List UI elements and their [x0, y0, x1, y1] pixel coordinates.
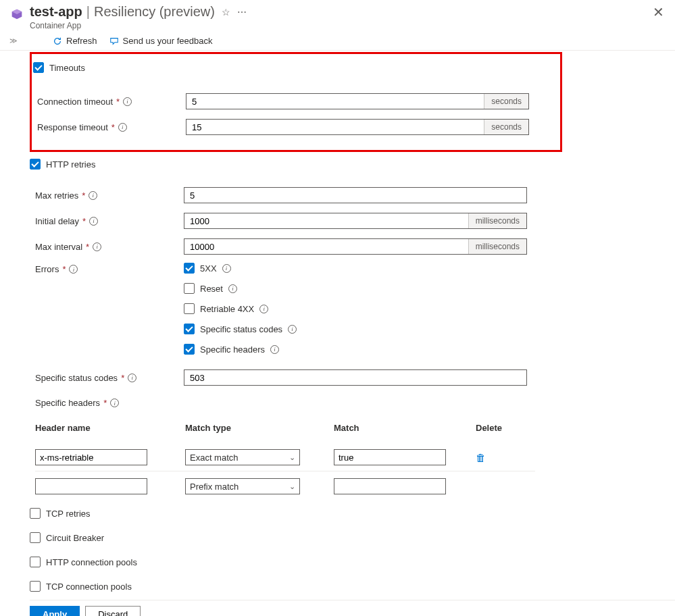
- initial-delay-label: Initial delay: [35, 216, 79, 226]
- http-retries-checkbox[interactable]: [30, 159, 41, 170]
- timeouts-label: Timeouts: [49, 63, 85, 73]
- max-retries-label: Max retries: [35, 190, 78, 201]
- info-icon[interactable]: [128, 374, 136, 382]
- col-header-name: Header name: [35, 423, 185, 433]
- feedback-icon: [109, 36, 119, 46]
- discard-button[interactable]: Discard: [85, 606, 141, 616]
- refresh-icon: [53, 36, 62, 46]
- error-specific-codes-checkbox[interactable]: [184, 324, 195, 334]
- response-timeout-input[interactable]: [186, 119, 529, 135]
- response-timeout-label: Response timeout: [37, 122, 108, 132]
- unit-seconds: seconds: [484, 120, 528, 134]
- max-interval-label: Max interval: [35, 242, 82, 252]
- info-icon[interactable]: [270, 345, 279, 354]
- info-icon[interactable]: [288, 325, 297, 334]
- info-icon[interactable]: [222, 264, 231, 273]
- match-type-select[interactable]: Prefix match ⌄: [185, 478, 300, 494]
- favorite-icon[interactable]: ☆: [222, 7, 230, 18]
- error-reset-checkbox[interactable]: [184, 283, 195, 294]
- http-retries-label: HTTP retries: [46, 159, 95, 170]
- max-retries-input[interactable]: [184, 187, 527, 203]
- timeouts-section-highlight: Timeouts Connection timeout * seconds Re…: [30, 52, 562, 152]
- close-icon[interactable]: ✕: [653, 4, 664, 20]
- error-specific-headers-checkbox[interactable]: [184, 344, 195, 355]
- chevron-down-icon: ⌄: [289, 453, 295, 462]
- info-icon[interactable]: [123, 97, 132, 106]
- expand-sidebar-icon[interactable]: ≫: [9, 36, 18, 45]
- specific-headers-label: Specific headers: [35, 398, 100, 408]
- tcp-pools-checkbox[interactable]: [30, 581, 41, 592]
- info-icon[interactable]: [93, 242, 101, 251]
- app-name: test-app: [30, 4, 82, 20]
- tcp-retries-checkbox[interactable]: [30, 508, 41, 519]
- container-app-icon: [9, 7, 24, 22]
- timeouts-checkbox[interactable]: [33, 62, 44, 73]
- unit-seconds: seconds: [484, 94, 528, 109]
- info-icon[interactable]: [69, 265, 78, 274]
- page-title: Resiliency (preview): [94, 4, 215, 20]
- errors-label: Errors: [35, 264, 59, 274]
- unit-milliseconds: milliseconds: [468, 213, 526, 228]
- refresh-button[interactable]: Refresh: [53, 36, 97, 46]
- http-pools-checkbox[interactable]: [30, 557, 41, 567]
- info-icon[interactable]: [89, 217, 98, 226]
- info-icon[interactable]: [110, 399, 119, 407]
- col-match-value: Match: [334, 423, 462, 433]
- resource-type: Container App: [30, 21, 653, 30]
- match-value-input[interactable]: [334, 449, 446, 465]
- info-icon[interactable]: [259, 305, 268, 313]
- delete-row-icon[interactable]: 🗑: [476, 452, 486, 463]
- match-type-select[interactable]: Exact match ⌄: [185, 449, 300, 465]
- feedback-button[interactable]: Send us your feedback: [109, 36, 213, 46]
- specific-headers-table: Header name Match type Match Delete Exac…: [35, 417, 535, 500]
- circuit-breaker-checkbox[interactable]: [30, 532, 41, 543]
- info-icon[interactable]: [118, 123, 127, 132]
- apply-button[interactable]: Apply: [30, 606, 80, 616]
- header-name-input[interactable]: [35, 449, 147, 465]
- header-row: Prefix match ⌄: [35, 471, 535, 500]
- info-icon[interactable]: [89, 191, 97, 200]
- title-separator: |: [86, 4, 90, 20]
- header-name-input[interactable]: [35, 478, 147, 494]
- more-icon[interactable]: ⋯: [237, 7, 247, 18]
- col-match-type: Match type: [185, 423, 334, 433]
- chevron-down-icon: ⌄: [289, 482, 295, 491]
- specific-status-codes-input[interactable]: [184, 369, 527, 386]
- connection-timeout-label: Connection timeout: [37, 97, 113, 107]
- unit-milliseconds: milliseconds: [468, 239, 526, 254]
- error-retriable4xx-checkbox[interactable]: [184, 303, 195, 314]
- header-row: Exact match ⌄ 🗑: [35, 444, 535, 471]
- specific-status-codes-label: Specific status codes: [35, 373, 118, 383]
- error-5xx-checkbox[interactable]: [184, 263, 195, 274]
- connection-timeout-input[interactable]: [186, 93, 529, 109]
- match-value-input[interactable]: [334, 478, 446, 494]
- col-delete: Delete: [462, 423, 503, 433]
- info-icon[interactable]: [228, 284, 237, 293]
